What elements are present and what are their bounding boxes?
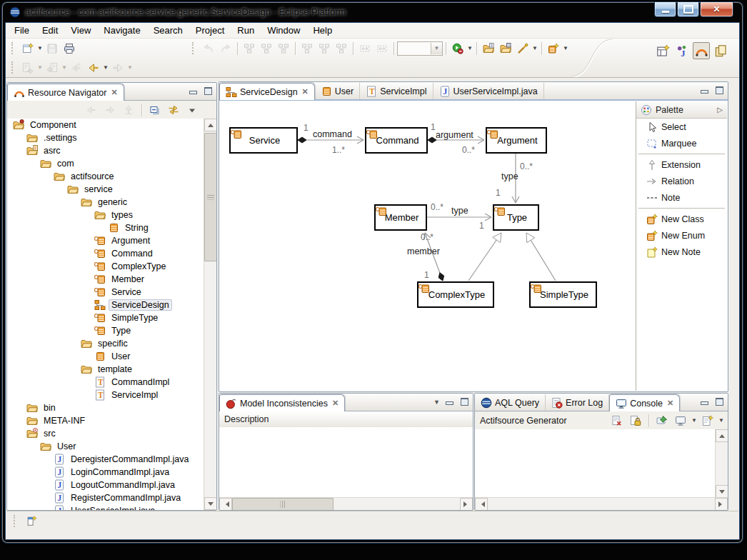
console-tab-aql-query[interactable]: AQL Query [475, 394, 546, 411]
import-model-button[interactable] [44, 59, 61, 76]
tree-item-logoutcommandimpl-java[interactable]: JLogoutCommandImpl.java [7, 479, 204, 491]
class-node-member[interactable]: CMember [374, 204, 427, 231]
maximize-view-button[interactable] [459, 397, 470, 406]
console-output[interactable] [475, 429, 716, 498]
collapse-all-button[interactable] [146, 101, 164, 119]
palette-tool-new-enum[interactable]: New Enum [636, 227, 727, 244]
back-button[interactable] [83, 101, 100, 119]
open-diagram-button[interactable] [497, 40, 514, 57]
menu-file[interactable]: File [8, 24, 36, 37]
tree-item-specific[interactable]: specific [7, 337, 204, 350]
open-console-button[interactable] [699, 412, 716, 429]
close-icon[interactable]: ✕ [301, 87, 309, 96]
tree-item-type[interactable]: CType [7, 324, 204, 337]
tree-item-types[interactable]: types [7, 209, 204, 221]
tree-item-deregistercommandimpl-java[interactable]: JDeregisterCommandImpl.java [7, 453, 204, 466]
class-node-command[interactable]: CCommand [365, 127, 428, 154]
palette-tool-select[interactable]: Select [636, 119, 727, 135]
export-model-button[interactable] [19, 59, 36, 76]
display-console-button[interactable] [672, 412, 689, 429]
tree-item-logincommandimpl-java[interactable]: JLoginCommandImpl.java [7, 466, 204, 479]
new-wizard-button[interactable] [19, 40, 36, 57]
scrollbar-thumb[interactable] [204, 133, 217, 261]
scroll-right-button[interactable] [460, 498, 473, 511]
up-button[interactable] [120, 101, 137, 119]
tree-item-argument[interactable]: CArgument [7, 234, 204, 247]
generate-button-dropdown[interactable]: ▼ [466, 41, 473, 56]
tree-item-complextype[interactable]: CComplexType [7, 260, 204, 273]
class-node-simpletype[interactable]: CSimpleType [529, 281, 597, 308]
open-perspective-button[interactable] [654, 42, 671, 59]
menu-help[interactable]: Help [306, 24, 339, 37]
save-button[interactable] [44, 40, 61, 57]
maximize-editor-button[interactable] [714, 86, 725, 95]
class-node-complextype[interactable]: CComplexType [417, 281, 494, 308]
scroll-up-button[interactable] [204, 119, 217, 131]
minimize-button[interactable] [654, 2, 676, 17]
close-button[interactable]: ✕ [700, 2, 733, 17]
align-bottom-button[interactable] [333, 40, 350, 57]
link-with-editor-button[interactable] [165, 101, 182, 119]
back-button-dropdown[interactable]: ▼ [102, 60, 109, 76]
diagram-canvas[interactable]: 1command1..*1argument0..*0..*type10..*ty… [220, 101, 636, 391]
maximize-view-button[interactable] [203, 86, 214, 96]
new-wizard-button-dropdown[interactable]: ▼ [36, 41, 44, 56]
palette-tool-marquee[interactable]: Marquee [636, 135, 727, 151]
scroll-left-button[interactable] [475, 498, 488, 511]
menu-edit[interactable]: Edit [36, 24, 64, 37]
palette-tool-note[interactable]: Note [636, 189, 727, 206]
class-node-type[interactable]: CType [493, 204, 539, 231]
forward-button[interactable] [109, 59, 126, 76]
redo-button[interactable] [217, 40, 234, 57]
menu-run[interactable]: Run [231, 24, 261, 37]
view-menu-button[interactable] [184, 101, 201, 119]
tree-item-service[interactable]: CService [7, 286, 204, 299]
scroll-down-button[interactable] [204, 497, 217, 510]
palette-tool-relation[interactable]: Relation [636, 173, 727, 189]
tree-item-serviceimpl[interactable]: TServiceImpl [7, 389, 204, 401]
editor-tab-userserviceimpl-java[interactable]: JUserServiceImpl.java [433, 83, 544, 99]
match-height-button[interactable] [374, 40, 391, 57]
editor-tab-serviceimpl[interactable]: TServiceImpl [360, 83, 433, 99]
tree-item-command[interactable]: CCommand [7, 247, 204, 260]
tree-item-template[interactable]: template [7, 363, 204, 376]
minimize-view-button[interactable] [444, 397, 455, 406]
menu-search[interactable]: Search [147, 24, 189, 37]
forward-button[interactable] [101, 101, 119, 119]
tree-item-commandimpl[interactable]: TCommandImpl [7, 376, 204, 389]
back-button[interactable] [85, 59, 102, 76]
align-center-button[interactable] [258, 40, 275, 57]
palette-header[interactable]: Palette ▷ [636, 101, 727, 119]
tree-item-servicedesign[interactable]: ServiceDesign [7, 299, 204, 311]
console-hscrollbar[interactable] [475, 497, 728, 510]
export-model-button-dropdown[interactable]: ▼ [36, 60, 44, 76]
console-tab-error-log[interactable]: Error Log [546, 394, 609, 411]
display-console-button-dropdown[interactable]: ▼ [691, 413, 698, 429]
chevron-down-icon[interactable]: ▼ [431, 43, 442, 54]
tree-item-component[interactable]: Component [7, 119, 204, 131]
close-icon[interactable]: ✕ [331, 399, 339, 408]
class-node-service[interactable]: CService [229, 127, 298, 154]
tree-item-actifsource[interactable]: actifsource [7, 170, 204, 183]
maximize-view-button[interactable] [714, 397, 725, 406]
tab-model-inconsistencies[interactable]: Model Inconsistencies ✕ [219, 394, 345, 411]
view-menu-icon[interactable]: ▼ [433, 399, 440, 406]
tree-item-user[interactable]: User [7, 440, 204, 453]
editor-tab-user[interactable]: User [315, 83, 360, 99]
minimize-editor-button[interactable] [699, 86, 710, 95]
tree-item-simpletype[interactable]: CSimpleType [7, 311, 204, 324]
pin-console-button[interactable] [653, 412, 671, 429]
print-button[interactable] [61, 40, 78, 57]
java-perspective-button[interactable]: J [673, 42, 691, 59]
tree-item-com[interactable]: com [7, 157, 204, 170]
actifsource-perspective-button[interactable] [693, 42, 710, 59]
tree-item-src[interactable]: src [7, 427, 204, 440]
zoom-combo[interactable]: ▼ [397, 41, 443, 56]
tree-item-string[interactable]: String [7, 221, 204, 234]
resource-perspective-button[interactable] [712, 42, 729, 59]
new-actifsource-resource-button[interactable] [545, 40, 562, 57]
clear-console-button[interactable] [608, 412, 626, 429]
menu-project[interactable]: Project [189, 24, 231, 37]
close-icon[interactable]: ✕ [109, 88, 117, 97]
console-tab-console[interactable]: Console✕ [609, 394, 680, 411]
